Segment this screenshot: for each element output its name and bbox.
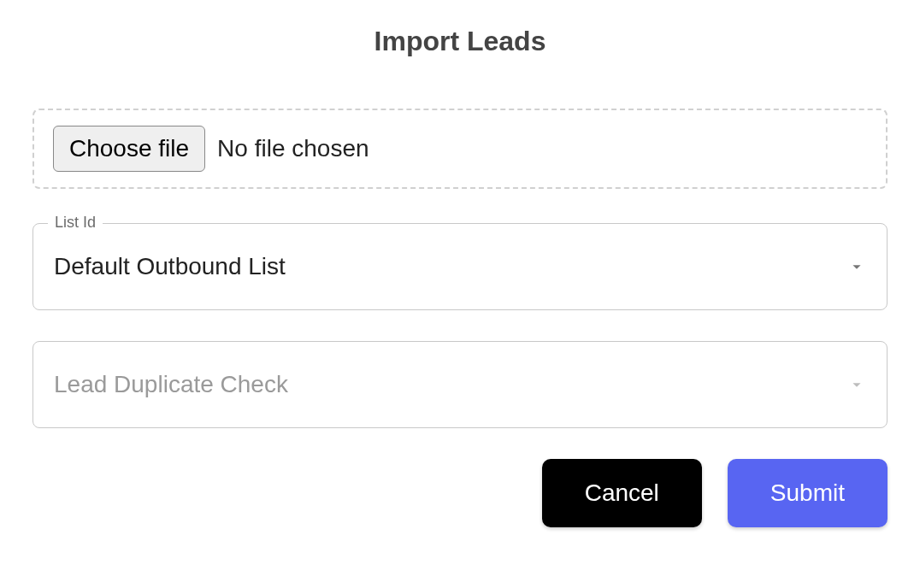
page-title: Import Leads	[32, 26, 888, 57]
file-status-text: No file chosen	[217, 135, 369, 162]
list-id-field: List Id Default Outbound List	[32, 223, 888, 310]
submit-button[interactable]: Submit	[728, 459, 888, 527]
list-id-label: List Id	[48, 214, 103, 232]
duplicate-check-select[interactable]: Lead Duplicate Check	[32, 341, 888, 428]
duplicate-check-field: Lead Duplicate Check	[32, 341, 888, 428]
button-row: Cancel Submit	[32, 459, 888, 527]
duplicate-check-placeholder: Lead Duplicate Check	[54, 371, 288, 398]
file-dropzone[interactable]: Choose file No file chosen	[32, 109, 888, 189]
list-id-select[interactable]: Default Outbound List	[32, 223, 888, 310]
cancel-button[interactable]: Cancel	[542, 459, 702, 527]
list-id-value: Default Outbound List	[54, 253, 286, 280]
choose-file-button[interactable]: Choose file	[53, 126, 205, 172]
chevron-down-icon	[847, 257, 866, 276]
chevron-down-icon	[847, 375, 866, 394]
